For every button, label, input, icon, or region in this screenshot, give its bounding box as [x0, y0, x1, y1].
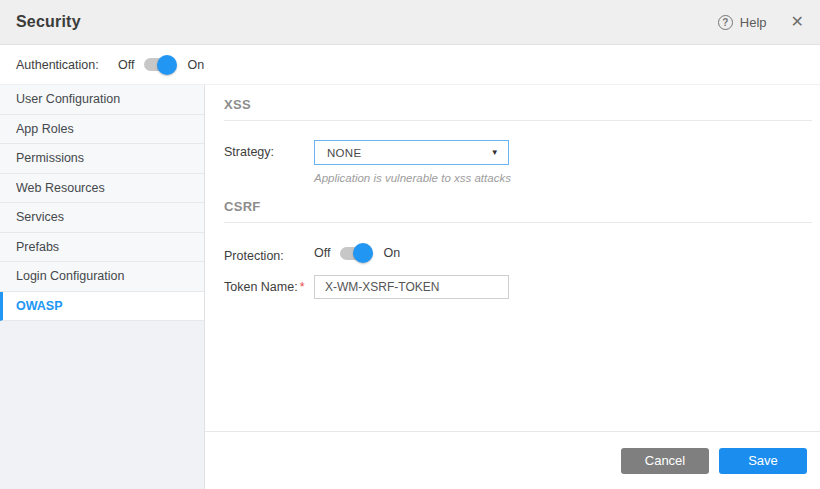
- toggle-off-label: Off: [314, 246, 330, 260]
- xss-section-divider: [224, 120, 812, 121]
- xss-helper-text: Application is vulnerable to xss attacks: [314, 172, 511, 184]
- strategy-field: NONE ▼ Application is vulnerable to xss …: [314, 140, 511, 184]
- sidebar-item-app-roles[interactable]: App Roles: [0, 115, 204, 145]
- sidebar-item-permissions[interactable]: Permissions: [0, 144, 204, 174]
- strategy-select[interactable]: NONE ▼: [314, 140, 509, 165]
- sidebar-filler: [0, 321, 204, 489]
- sidebar: User Configuration App Roles Permissions…: [0, 85, 205, 489]
- token-name-input[interactable]: [314, 275, 509, 299]
- strategy-select-value: NONE: [327, 147, 361, 159]
- required-asterisk: *: [300, 280, 305, 294]
- body: User Configuration App Roles Permissions…: [0, 85, 820, 489]
- protection-toggle[interactable]: [340, 247, 370, 260]
- main-content: XSS Strategy: NONE ▼ Application is vuln…: [205, 85, 820, 489]
- titlebar: Security ? Help ✕: [0, 0, 820, 45]
- protection-row: Protection: Off On: [224, 242, 812, 263]
- authentication-label: Authentication:: [16, 58, 118, 72]
- page-title: Security: [16, 13, 81, 31]
- authentication-toggle-group: Off On: [118, 58, 204, 72]
- security-dialog: Security ? Help ✕ Authentication: Off On…: [0, 0, 820, 489]
- csrf-section-divider: [224, 222, 812, 223]
- protection-label: Protection:: [224, 242, 314, 263]
- authentication-row: Authentication: Off On: [0, 45, 820, 85]
- sidebar-item-services[interactable]: Services: [0, 203, 204, 233]
- strategy-row: Strategy: NONE ▼ Application is vulnerab…: [224, 140, 812, 184]
- authentication-toggle[interactable]: [144, 58, 174, 71]
- strategy-label: Strategy:: [224, 140, 314, 159]
- xss-section-title: XSS: [224, 97, 812, 112]
- close-icon[interactable]: ✕: [791, 14, 804, 30]
- token-name-label: Token Name:*: [224, 275, 314, 294]
- toggle-off-label: Off: [118, 58, 134, 72]
- sidebar-item-label: Services: [16, 210, 64, 224]
- footer: Cancel Save: [205, 431, 820, 489]
- save-button[interactable]: Save: [719, 448, 807, 474]
- cancel-button[interactable]: Cancel: [621, 448, 709, 474]
- sidebar-item-label: Login Configuration: [16, 269, 124, 283]
- help-button[interactable]: ? Help: [718, 15, 767, 30]
- sidebar-item-label: Permissions: [16, 151, 84, 165]
- sidebar-item-prefabs[interactable]: Prefabs: [0, 233, 204, 263]
- sidebar-item-label: App Roles: [16, 122, 74, 136]
- help-label: Help: [740, 15, 767, 30]
- csrf-section-title: CSRF: [224, 199, 812, 214]
- toggle-knob: [353, 243, 373, 263]
- help-icon[interactable]: ?: [718, 15, 733, 30]
- protection-toggle-group: Off On: [314, 242, 400, 260]
- sidebar-item-user-configuration[interactable]: User Configuration: [0, 85, 204, 115]
- content-inner: XSS Strategy: NONE ▼ Application is vuln…: [205, 85, 820, 431]
- token-name-row: Token Name:*: [224, 275, 812, 299]
- sidebar-item-owasp[interactable]: OWASP: [0, 292, 204, 322]
- titlebar-actions: ? Help ✕: [718, 14, 804, 30]
- sidebar-item-login-configuration[interactable]: Login Configuration: [0, 262, 204, 292]
- toggle-knob: [157, 55, 177, 75]
- sidebar-item-label: Prefabs: [16, 240, 59, 254]
- toggle-on-label: On: [187, 58, 204, 72]
- chevron-down-icon[interactable]: ▼: [491, 148, 499, 157]
- toggle-on-label: On: [383, 246, 400, 260]
- sidebar-item-label: Web Resources: [16, 181, 105, 195]
- sidebar-item-label: User Configuration: [16, 92, 120, 106]
- sidebar-item-label: OWASP: [16, 299, 63, 313]
- sidebar-item-web-resources[interactable]: Web Resources: [0, 174, 204, 204]
